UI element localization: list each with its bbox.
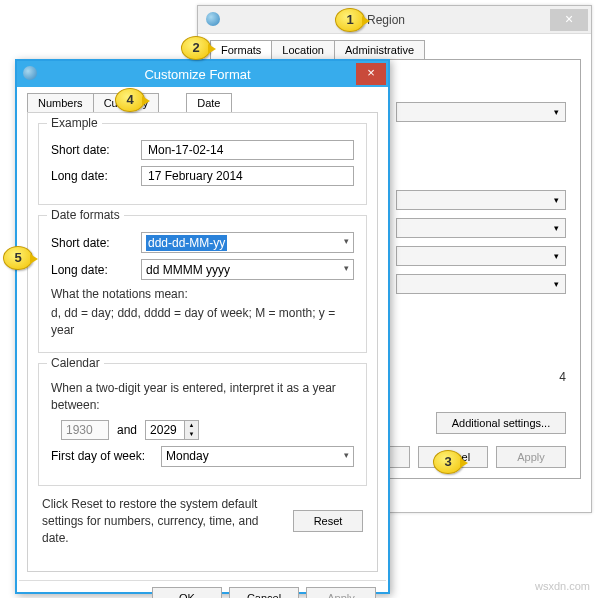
notation-text: d, dd = day; ddd, dddd = day of week; M … bbox=[51, 305, 354, 339]
tab-formats[interactable]: Formats bbox=[210, 40, 272, 59]
region-dropdown[interactable]: ▾ bbox=[396, 218, 566, 238]
customize-tabs: Numbers Currency Time Date bbox=[27, 93, 388, 112]
calendar-group: Calendar When a two-digit year is entere… bbox=[38, 363, 367, 486]
region-titlebar: Region × bbox=[198, 6, 591, 34]
badge-1: 1 bbox=[335, 8, 365, 32]
badge-2: 2 bbox=[181, 36, 211, 60]
short-date-value: ddd-dd-MM-yy bbox=[146, 235, 227, 251]
chevron-down-icon: ▾ bbox=[344, 236, 349, 246]
year-to-spinner[interactable]: 2029 ▲▼ bbox=[145, 420, 199, 440]
customize-window: Customize Format × Numbers Currency Time… bbox=[15, 59, 390, 594]
badge-4: 4 bbox=[115, 88, 145, 112]
short-date-label: Short date: bbox=[51, 236, 141, 250]
region-dropdown[interactable]: ▾ bbox=[396, 102, 566, 122]
reset-block: Click Reset to restore the system defaul… bbox=[42, 496, 363, 546]
short-date-combo[interactable]: ddd-dd-MM-yy ▾ bbox=[141, 232, 354, 253]
and-label: and bbox=[117, 423, 137, 437]
globe-icon bbox=[206, 12, 222, 28]
apply-button[interactable]: Apply bbox=[496, 446, 566, 468]
region-tabs: Formats Location Administrative bbox=[210, 40, 591, 59]
long-date-combo[interactable]: dd MMMM yyyy ▾ bbox=[141, 259, 354, 280]
tab-numbers[interactable]: Numbers bbox=[27, 93, 94, 112]
badge-5: 5 bbox=[3, 246, 33, 270]
region-title: Region bbox=[222, 13, 550, 27]
dateformats-legend: Date formats bbox=[47, 208, 124, 222]
tab-location[interactable]: Location bbox=[271, 40, 335, 59]
short-date-example: Mon-17-02-14 bbox=[141, 140, 354, 160]
badge-3: 3 bbox=[433, 450, 463, 474]
notation-heading: What the notations mean: bbox=[51, 286, 354, 303]
interpret-text: When a two-digit year is entered, interp… bbox=[51, 380, 354, 414]
region-dropdown[interactable]: ▾ bbox=[396, 274, 566, 294]
apply-button[interactable]: Apply bbox=[306, 587, 376, 598]
long-date-label: Long date: bbox=[51, 263, 141, 277]
long-date-value: dd MMMM yyyy bbox=[146, 263, 230, 277]
firstday-label: First day of week: bbox=[51, 449, 161, 463]
close-button[interactable]: × bbox=[550, 9, 588, 31]
additional-settings-button[interactable]: Additional settings... bbox=[436, 412, 566, 434]
customize-titlebar: Customize Format × bbox=[17, 61, 388, 87]
dateformats-group: Date formats Short date: ddd-dd-MM-yy ▾ … bbox=[38, 215, 367, 353]
reset-text: Click Reset to restore the system defaul… bbox=[42, 496, 279, 546]
watermark: wsxdn.com bbox=[535, 580, 590, 592]
customize-title: Customize Format bbox=[39, 67, 356, 82]
long-date-example: 17 February 2014 bbox=[141, 166, 354, 186]
example-legend: Example bbox=[47, 116, 102, 130]
tab-administrative[interactable]: Administrative bbox=[334, 40, 425, 59]
cancel-button[interactable]: Cancel bbox=[229, 587, 299, 598]
globe-icon bbox=[23, 66, 39, 82]
sample-text: 4 bbox=[559, 370, 566, 384]
long-date-label: Long date: bbox=[51, 169, 141, 183]
region-dropdown[interactable]: ▾ bbox=[396, 246, 566, 266]
reset-button[interactable]: Reset bbox=[293, 510, 363, 532]
customize-buttons: OK Cancel Apply bbox=[19, 580, 386, 598]
close-button[interactable]: × bbox=[356, 63, 386, 85]
tab-date[interactable]: Date bbox=[186, 93, 231, 112]
chevron-down-icon: ▾ bbox=[344, 450, 349, 460]
calendar-legend: Calendar bbox=[47, 356, 104, 370]
chevron-down-icon: ▾ bbox=[344, 263, 349, 273]
example-group: Example Short date: Mon-17-02-14 Long da… bbox=[38, 123, 367, 205]
spinner-buttons[interactable]: ▲▼ bbox=[184, 421, 198, 439]
short-date-label: Short date: bbox=[51, 143, 141, 157]
year-from: 1930 bbox=[61, 420, 109, 440]
ok-button[interactable]: OK bbox=[152, 587, 222, 598]
firstday-combo[interactable]: Monday ▾ bbox=[161, 446, 354, 467]
region-dropdown[interactable]: ▾ bbox=[396, 190, 566, 210]
firstday-value: Monday bbox=[166, 449, 209, 463]
